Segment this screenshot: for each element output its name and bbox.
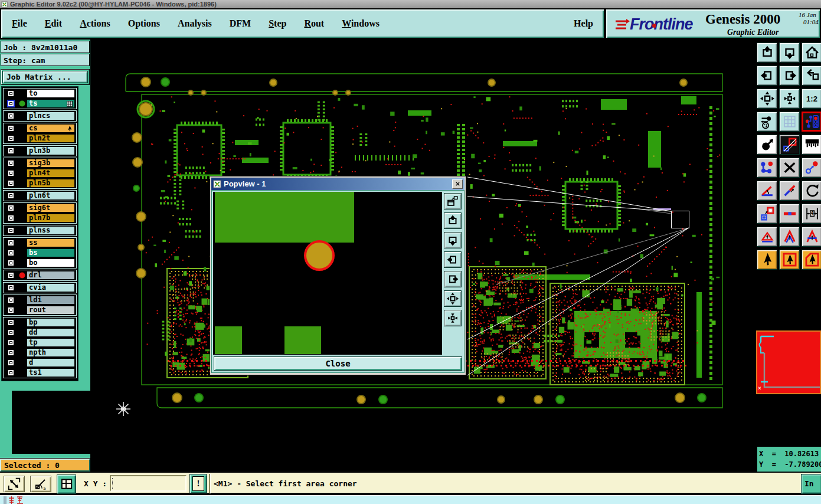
layer-checkbox-bs[interactable] <box>7 249 15 257</box>
layer-label-pln2t[interactable]: pln2t <box>27 134 75 143</box>
layer-label-rout[interactable]: rout <box>27 306 75 315</box>
menu-actions[interactable]: Actions <box>80 18 110 29</box>
layer-checkbox-ts1[interactable] <box>7 369 15 377</box>
layer-label-pln5b[interactable]: pln5b <box>27 179 75 188</box>
layer-checkbox-dd[interactable] <box>7 329 15 336</box>
layer-checkbox-plncs[interactable] <box>7 112 15 120</box>
layer-row-bo[interactable]: bo <box>4 258 76 268</box>
layer-row-bp[interactable]: bp <box>4 318 76 328</box>
distance-measure-button[interactable]: 4 <box>802 204 821 224</box>
layer-checkbox-drl[interactable] <box>7 271 15 279</box>
layer-label-npth[interactable]: npth <box>27 348 75 357</box>
corner-measure-button[interactable]: a <box>30 476 51 492</box>
angle-measure-button[interactable] <box>757 181 777 201</box>
layer-checkbox-rout[interactable] <box>7 306 15 314</box>
layer-label-to[interactable]: to <box>27 89 75 98</box>
pan-left-button[interactable] <box>444 251 462 268</box>
layer-label-bo[interactable]: bo <box>27 258 75 267</box>
layer-label-pln3b[interactable]: pln3b <box>27 146 75 155</box>
restore-window-button[interactable] <box>444 193 462 210</box>
layer-checkbox-to[interactable] <box>7 90 15 97</box>
layer-label-ldi[interactable]: ldi <box>27 296 75 305</box>
menu-edit[interactable]: Edit <box>45 18 62 29</box>
layer-row-plnss[interactable]: plnss <box>4 225 76 235</box>
popview-canvas[interactable] <box>213 192 443 355</box>
zoom-out-button[interactable] <box>444 290 462 307</box>
layer-checkbox-tp[interactable] <box>7 339 15 346</box>
layer-label-ts1[interactable]: ts1 <box>27 368 75 377</box>
snap-feature-button[interactable] <box>802 158 821 178</box>
menu-file[interactable]: File <box>12 18 27 29</box>
layer-checkbox-ss[interactable] <box>7 239 15 247</box>
layer-label-sig3b[interactable]: sig3b <box>27 159 75 168</box>
net-highlight-button[interactable] <box>757 158 777 178</box>
layer-label-bp[interactable]: bp <box>27 318 75 327</box>
pan-up-button[interactable] <box>757 42 777 63</box>
layer-row-npth[interactable]: npth <box>4 348 76 358</box>
menu-dfm[interactable]: DFM <box>230 18 251 29</box>
layer-row-ts[interactable]: ts <box>4 99 76 109</box>
layer-row-pln5b[interactable]: pln5b <box>4 178 76 188</box>
layer-label-drl[interactable]: drl <box>27 271 75 280</box>
delete-button[interactable] <box>779 158 800 178</box>
layer-label-ts[interactable]: ts <box>27 99 75 108</box>
pan-down-button[interactable] <box>779 42 800 63</box>
layer-checkbox-d[interactable] <box>7 359 15 366</box>
menu-analysis[interactable]: Analysis <box>178 18 212 29</box>
move-copy-button[interactable] <box>757 135 777 155</box>
grid-button[interactable] <box>779 112 800 132</box>
line-width-button[interactable] <box>779 204 800 224</box>
layer-checkbox-cs[interactable] <box>7 125 15 132</box>
in-button[interactable]: In <box>801 474 821 494</box>
layer-row-ss[interactable]: ss <box>4 238 76 248</box>
pan-up-button[interactable] <box>444 212 462 229</box>
alert-button[interactable]: ! <box>189 474 207 493</box>
popview-titlebar[interactable]: Popview - 1 <box>211 178 465 190</box>
layer-checkbox-ldi[interactable] <box>7 296 15 304</box>
layer-checkbox-bo[interactable] <box>7 259 15 267</box>
popview-close-x[interactable] <box>452 179 463 189</box>
job-matrix-button[interactable]: Job Matrix ... <box>2 71 88 83</box>
popview-close-button[interactable]: Close <box>214 356 462 371</box>
layer-row-ldi[interactable]: ldi <box>4 295 76 305</box>
menu-help[interactable]: Help <box>574 18 593 29</box>
layer-checkbox-pln2t[interactable] <box>7 135 15 142</box>
swap-reference-button[interactable] <box>779 135 800 155</box>
layer-label-pln7b[interactable]: pln7b <box>27 214 75 222</box>
previous-view-button[interactable] <box>802 66 821 86</box>
layer-checkbox-ts[interactable] <box>7 100 15 107</box>
layer-row-to[interactable]: to <box>4 89 76 99</box>
menu-step[interactable]: Step <box>269 18 286 29</box>
zoom-out-button[interactable] <box>757 89 777 109</box>
layer-label-sig6t[interactable]: sig6t <box>27 204 75 212</box>
layer-label-tp[interactable]: tp <box>27 338 75 347</box>
popview-button[interactable] <box>802 112 821 132</box>
layer-row-cvia[interactable]: cvia <box>4 283 76 293</box>
setup-tools-button[interactable] <box>757 112 777 132</box>
layer-checkbox-cvia[interactable] <box>7 284 15 292</box>
layer-label-pln6t[interactable]: pln6t <box>27 191 75 200</box>
menu-windows[interactable]: Windows <box>342 18 380 29</box>
pan-right-button[interactable] <box>779 66 800 86</box>
layer-checkbox-pln5b[interactable] <box>7 179 15 187</box>
layer-label-plncs[interactable]: plncs <box>27 112 75 120</box>
layer-row-rout[interactable]: rout <box>4 305 76 315</box>
layer-checkbox-plnss[interactable] <box>7 227 15 234</box>
layer-row-ts1[interactable]: ts1 <box>4 368 76 378</box>
menu-rout[interactable]: Rout <box>304 18 324 29</box>
layer-label-plnss[interactable]: plnss <box>27 226 75 235</box>
layer-row-dd[interactable]: dd <box>4 328 76 338</box>
layer-row-pln4t[interactable]: pln4t <box>4 168 76 178</box>
layer-row-pln7b[interactable]: pln7b <box>4 213 76 223</box>
layer-label-ss[interactable]: ss <box>27 238 75 247</box>
zoom-ratio-button[interactable]: 1:2 <box>802 89 821 109</box>
menu-options[interactable]: Options <box>128 18 160 29</box>
layer-label-dd[interactable]: dd <box>27 328 75 337</box>
chevron-arrow-button[interactable] <box>779 227 800 247</box>
pan-down-button[interactable] <box>444 232 462 248</box>
cursor-select-button[interactable] <box>757 250 777 270</box>
layer-row-bs[interactable]: bs <box>4 248 76 258</box>
layer-label-cs[interactable]: cs <box>27 124 75 133</box>
layer-checkbox-pln3b[interactable] <box>7 147 15 155</box>
layer-row-pln3b[interactable]: pln3b <box>4 146 76 156</box>
